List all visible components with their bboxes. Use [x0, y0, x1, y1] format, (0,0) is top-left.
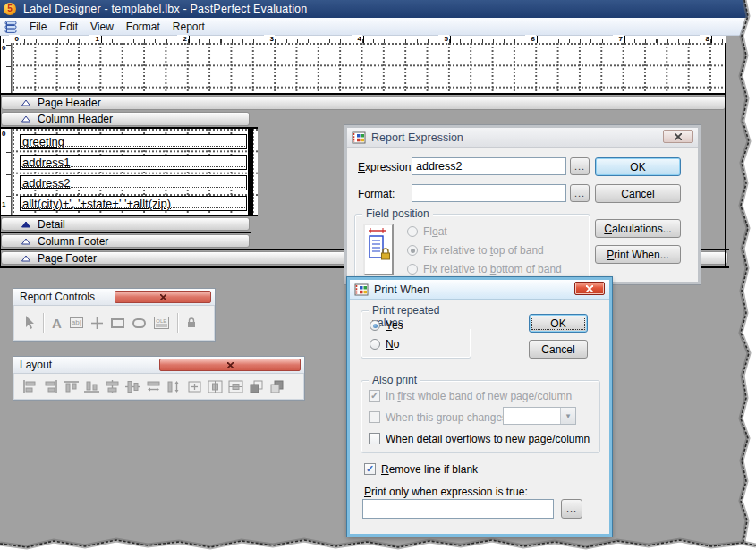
picture-ole-tool-icon[interactable]: OLE: [154, 317, 169, 329]
band-collapse-triangle-icon[interactable]: [21, 221, 30, 228]
report-field-greeting[interactable]: greeting: [20, 134, 247, 149]
report-field-address1[interactable]: address1: [20, 155, 247, 170]
first-band-label: In first whole band of new page/column: [386, 390, 572, 402]
band-collapse-triangle-icon[interactable]: [21, 115, 30, 123]
same-height-icon[interactable]: [166, 380, 182, 393]
close-icon[interactable]: [159, 359, 301, 371]
align-bottom-edges-icon[interactable]: [84, 380, 99, 393]
rectangle-tool-icon[interactable]: [111, 318, 124, 328]
menu-view[interactable]: View: [84, 19, 120, 35]
cancel-button[interactable]: Cancel: [595, 184, 681, 203]
ruler-number: 2: [177, 35, 188, 43]
menu-bar: File Edit View Format Report: [0, 18, 756, 36]
format-builder-button[interactable]: ...: [570, 184, 590, 202]
expression-builder-button[interactable]: ...: [570, 157, 590, 175]
report-expression-titlebar[interactable]: Report Expression: [347, 128, 698, 148]
band-bar-page-header[interactable]: Page Header: [1, 96, 726, 110]
align-left-sides-icon[interactable]: [22, 380, 38, 393]
fix-bottom-label: Fix relative to bottom of band: [423, 263, 562, 275]
label-width-marker[interactable]: [248, 129, 253, 215]
checkbox-detail-overflows[interactable]: [369, 433, 380, 444]
report-field-address2[interactable]: address2: [20, 175, 247, 190]
align-right-sides-icon[interactable]: [43, 380, 58, 393]
format-input[interactable]: [412, 184, 566, 202]
checkbox-remove-line-if-blank[interactable]: [364, 463, 376, 475]
align-top-edges-icon[interactable]: [64, 380, 79, 393]
ruler-number: 0: [2, 44, 5, 52]
report-controls-toolbar[interactable]: Report Controls A ab| OLE: [13, 288, 216, 342]
band-bar-column-footer[interactable]: Column Footer: [1, 234, 250, 248]
detail-overflows-label: When detail overflows to new page/column: [386, 433, 590, 445]
checkbox-group-changes: [369, 411, 380, 423]
torn-edge-bottom: [0, 535, 756, 558]
close-icon[interactable]: [663, 130, 693, 143]
fix-top-label: Fix relative to top of band: [423, 244, 544, 257]
same-width-icon[interactable]: [146, 380, 161, 393]
menu-report[interactable]: Report: [166, 19, 211, 35]
radio-fix-top: [407, 245, 418, 256]
menu-format[interactable]: Format: [120, 19, 166, 35]
print-when-titlebar[interactable]: Print When: [350, 280, 609, 300]
ok-button[interactable]: OK: [529, 314, 588, 333]
print-repeated-values-label: Print repeated values: [369, 304, 471, 329]
menu-file[interactable]: File: [23, 19, 53, 35]
radio-no[interactable]: [370, 339, 380, 350]
select-pointer-icon[interactable]: [22, 316, 35, 330]
align-horizontal-centers-icon[interactable]: [125, 380, 140, 393]
same-size-icon[interactable]: [187, 380, 202, 393]
band-collapse-triangle-icon[interactable]: [21, 255, 30, 262]
ruler-number: 3: [264, 35, 275, 43]
report-field-citystatezip[interactable]: allt(city)+', '+state+' '+allt(zip): [20, 196, 247, 211]
field-expression: address2: [22, 176, 70, 190]
band-collapse-triangle-icon[interactable]: [21, 99, 30, 106]
expression-input[interactable]: [412, 157, 566, 175]
center-vertically-icon[interactable]: [228, 380, 243, 393]
band-separator: [0, 93, 726, 95]
expression-label: Expression:: [358, 161, 414, 173]
window-titlebar: 5 Label Designer - templabel.lbx - PastP…: [0, 0, 756, 18]
float-label: Float: [423, 225, 447, 238]
band-label: Column Header: [38, 113, 113, 125]
print-when-expression-input[interactable]: [362, 499, 554, 519]
print-when-expression-builder-button[interactable]: ...: [561, 499, 582, 519]
ok-button-label: OK: [630, 161, 645, 173]
label-tool-icon[interactable]: A: [52, 316, 62, 331]
send-to-back-icon[interactable]: [269, 380, 285, 393]
cancel-button-label: Cancel: [541, 343, 574, 356]
cancel-button[interactable]: Cancel: [529, 340, 588, 359]
close-icon[interactable]: [115, 291, 211, 303]
print-when-dialog[interactable]: Print When Print repeated values Yes No …: [347, 277, 612, 537]
band-bar-detail[interactable]: Detail: [1, 217, 250, 231]
checkbox-first-band: [369, 390, 380, 402]
close-icon[interactable]: [574, 282, 605, 295]
dialog-title: Print When: [374, 283, 429, 296]
pastperfect-app-icon: 5: [4, 3, 16, 15]
band-label: Page Footer: [38, 252, 97, 265]
rounded-rectangle-tool-icon[interactable]: [132, 318, 146, 328]
band-separator: [0, 232, 251, 233]
layout-toolbar[interactable]: Layout: [13, 356, 305, 401]
page-header-canvas[interactable]: [13, 43, 725, 93]
calculations-button[interactable]: Calculations...: [595, 219, 681, 238]
report-expression-dialog[interactable]: Report Expression Expression: ... OK For…: [344, 125, 701, 284]
menu-edit[interactable]: Edit: [53, 19, 84, 35]
ruler-number: 1: [89, 35, 100, 43]
field-position-group: Field position Float Fix relative to top…: [354, 214, 590, 283]
align-vertical-centers-icon[interactable]: [105, 380, 120, 393]
mdi-document-icon[interactable]: [4, 20, 18, 34]
line-tool-icon[interactable]: [91, 317, 103, 329]
band-bar-column-header[interactable]: Column Header: [1, 112, 250, 126]
report-controls-titlebar[interactable]: Report Controls: [13, 289, 215, 306]
group-changes-combobox: ▾: [503, 407, 576, 425]
radio-yes[interactable]: [370, 320, 380, 331]
ok-button[interactable]: OK: [595, 157, 681, 176]
band-collapse-triangle-icon[interactable]: [21, 238, 30, 245]
center-horizontally-icon[interactable]: [208, 380, 223, 393]
layout-titlebar[interactable]: Layout: [13, 357, 304, 374]
print-when-button[interactable]: Print When...: [595, 245, 681, 264]
bring-to-front-icon[interactable]: [249, 380, 264, 393]
field-tool-icon[interactable]: ab|: [70, 317, 83, 328]
button-lock-icon[interactable]: [186, 317, 197, 329]
print-only-when-label: Print only when expression is true:: [364, 486, 528, 498]
ruler-number: 7: [613, 35, 624, 43]
